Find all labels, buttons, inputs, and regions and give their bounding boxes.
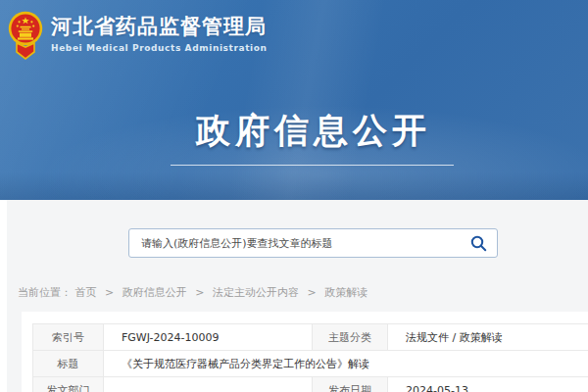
- table-row: 索引号 FGWJ-2024-10009 主题分类 法规文件 / 政策解读: [33, 324, 588, 351]
- breadcrumb-prefix: 当前位置：: [18, 286, 72, 299]
- field-label-title: 标题: [33, 351, 104, 377]
- banner-underline-divider: [171, 165, 454, 166]
- search-box: [128, 228, 498, 258]
- breadcrumb-separator: >: [307, 286, 316, 299]
- breadcrumb-separator: >: [195, 286, 204, 299]
- org-name-en: Hebei Medical Products Administration: [51, 43, 268, 53]
- breadcrumb-link-policy-interpretation[interactable]: 政策解读: [324, 286, 368, 299]
- breadcrumb-link-gov-info[interactable]: 政府信息公开: [122, 286, 187, 299]
- field-label-index-no: 索引号: [33, 324, 104, 351]
- document-info-card: 索引号 FGWJ-2024-10009 主题分类 法规文件 / 政策解读 标题 …: [22, 312, 588, 392]
- field-label-issuing-dept: 发文部门: [33, 377, 104, 392]
- field-value-issuing-dept: [104, 377, 313, 392]
- document-info-table: 索引号 FGWJ-2024-10009 主题分类 法规文件 / 政策解读 标题 …: [32, 323, 588, 392]
- field-value-publish-date: 2024-05-13: [388, 377, 588, 392]
- field-value-topic-category: 法规文件 / 政策解读: [388, 324, 588, 351]
- brand-text: 河北省药品监督管理局 Hebei Medical Products Admini…: [51, 10, 268, 53]
- breadcrumb: 当前位置： 首页 > 政府信息公开 > 法定主动公开内容 > 政策解读: [18, 285, 368, 300]
- breadcrumb-link-statutory-disclosure[interactable]: 法定主动公开内容: [213, 286, 299, 299]
- table-row: 标题 《关于规范医疗器械产品分类界定工作的公告》解读: [33, 351, 588, 377]
- breadcrumb-separator: >: [105, 286, 114, 299]
- org-name-cn: 河北省药品监督管理局: [51, 16, 268, 38]
- site-logo-link[interactable]: 河北省药品监督管理局 Hebei Medical Products Admini…: [8, 10, 268, 61]
- search-button[interactable]: [460, 229, 497, 257]
- field-value-index-no: FGWJ-2024-10009: [104, 324, 313, 351]
- breadcrumb-link-home[interactable]: 首页: [75, 286, 97, 299]
- page: 河北省药品监督管理局 Hebei Medical Products Admini…: [0, 0, 588, 392]
- search-input[interactable]: [129, 229, 460, 257]
- table-row: 发文部门 发布日期 2024-05-13: [33, 377, 588, 392]
- search-icon: [470, 235, 487, 252]
- page-banner-title: 政府信息公开: [0, 108, 588, 154]
- national-emblem-icon: [8, 10, 43, 61]
- field-value-title: 《关于规范医疗器械产品分类界定工作的公告》解读: [104, 351, 588, 377]
- field-label-topic-category: 主题分类: [313, 324, 388, 351]
- hero-banner: 河北省药品监督管理局 Hebei Medical Products Admini…: [0, 0, 588, 200]
- field-label-publish-date: 发布日期: [313, 377, 388, 392]
